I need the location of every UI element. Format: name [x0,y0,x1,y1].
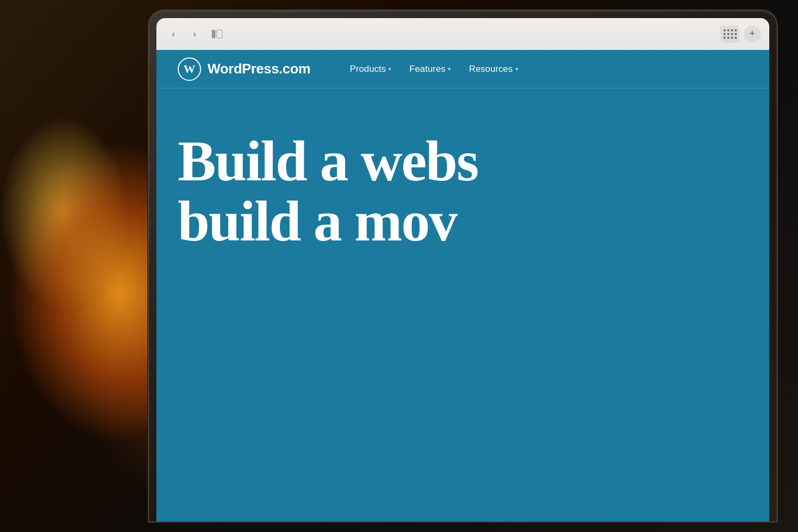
forward-button[interactable]: › [186,26,203,43]
device-screen: ‹ › [156,18,769,521]
tab-overview-button[interactable] [720,26,739,43]
wp-hero-section: Build a webs build a mov [156,88,769,273]
nav-products-label: Products [350,64,386,74]
wp-navbar: W WordPress.com Products ▾ Features ▾ Re… [156,50,769,88]
nav-resources[interactable]: Resources ▾ [462,60,526,79]
wp-nav-links: Products ▾ Features ▾ Resources ▾ [343,60,526,79]
sidebar-icon [212,30,222,38]
new-tab-icon: + [750,28,755,39]
wp-logo[interactable]: W WordPress.com [178,57,311,81]
wordpress-logo-icon: W [178,57,201,81]
webpage-content: W WordPress.com Products ▾ Features ▾ Re… [156,50,769,521]
device-frame: ‹ › [149,11,777,521]
browser-right-controls: + [720,26,761,43]
hero-line-1: Build a webs [178,131,748,191]
nav-features-label: Features [410,64,446,74]
wp-hero-title: Build a webs build a mov [178,131,748,252]
wp-logo-text: WordPress.com [207,61,311,77]
products-chevron-icon: ▾ [388,66,391,72]
nav-features[interactable]: Features ▾ [402,60,459,79]
grid-icon [724,29,737,39]
nav-resources-label: Resources [469,64,513,74]
nav-products[interactable]: Products ▾ [343,60,399,79]
browser-toolbar: ‹ › [156,18,769,50]
hero-line-2: build a mov [178,191,748,251]
new-tab-button[interactable]: + [744,26,761,43]
back-icon: ‹ [172,29,174,39]
back-button[interactable]: ‹ [165,26,182,43]
sidebar-toggle-button[interactable] [207,26,227,43]
wp-symbol: W [184,62,195,76]
features-chevron-icon: ▾ [448,66,451,72]
resources-chevron-icon: ▾ [516,66,518,72]
forward-icon: › [193,29,196,39]
